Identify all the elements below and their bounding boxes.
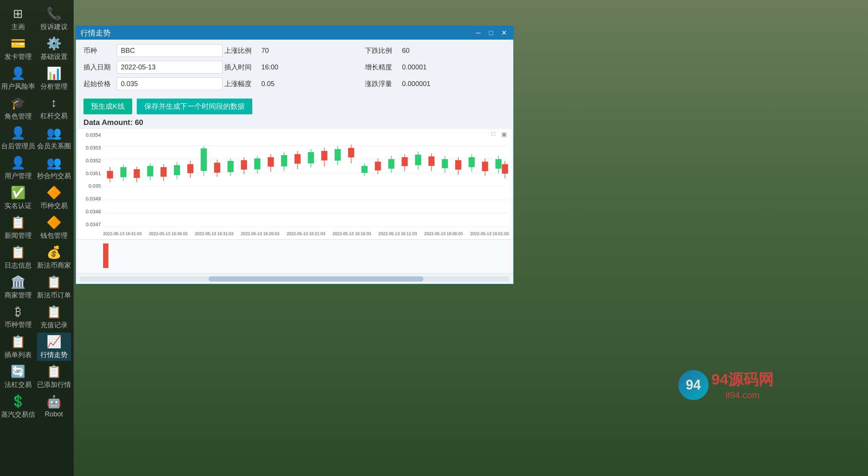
sidebar-item-wallet[interactable]: 🔶 钱包管理	[37, 213, 71, 242]
sidebar-label-trend: 行情走势	[40, 350, 68, 359]
svg-rect-33	[268, 157, 274, 166]
scrollbar-thumb[interactable]	[209, 276, 423, 282]
sidebar-item-user-risk[interactable]: 👤 用户风险率	[1, 64, 35, 92]
svg-rect-21	[187, 164, 193, 173]
sidebar-item-kyc[interactable]: ✅ 实名认证	[1, 183, 35, 212]
sidebar-item-user[interactable]: 👤 用户管理	[1, 154, 35, 182]
svg-rect-35	[281, 155, 287, 166]
legal-icon: 🔄	[11, 364, 26, 379]
y-label-1: 0.0348	[79, 209, 102, 214]
minimize-button[interactable]: ─	[473, 28, 483, 38]
sidebar-item-lever[interactable]: ↕️ 杠杆交易	[37, 94, 71, 122]
svg-rect-25	[214, 163, 220, 173]
sidebar-item-news[interactable]: 📋 新闻管理	[1, 213, 35, 242]
window-controls: ─ □ ✕	[473, 28, 509, 38]
svg-rect-67	[496, 159, 502, 169]
sidebar-item-coin-trade[interactable]: 🔶 币种交易	[37, 183, 71, 212]
merchant-icon: 🏛️	[11, 275, 26, 289]
svg-rect-61	[455, 160, 461, 169]
sidebar-item-merchant[interactable]: 🏛️ 商家管理	[1, 273, 35, 301]
label-fluctuation: 涨跌浮量	[365, 79, 395, 88]
watermark-url: it94.com	[712, 390, 774, 401]
sidebar-label-basic: 基础设置	[40, 52, 68, 61]
svg-rect-43	[335, 149, 341, 161]
sidebar-item-log[interactable]: 📋 日志信息	[1, 243, 35, 271]
btn-section: 预生成K线 保存并生成下一个时间段的数据	[76, 97, 513, 117]
robot-icon: 🤖	[46, 394, 62, 409]
svg-rect-59	[442, 159, 448, 168]
svg-rect-45	[348, 148, 354, 157]
svg-rect-9	[107, 171, 113, 179]
form-row-1: 币种 上涨比例 70 下跌比例 60	[83, 44, 506, 57]
watermark: 94 94源码网 it94.com	[678, 369, 774, 401]
svg-rect-15	[147, 166, 153, 177]
sidebar-item-analysis[interactable]: 📊 分析管理	[37, 64, 71, 92]
svg-rect-69	[502, 164, 508, 174]
svg-rect-41	[321, 151, 327, 160]
form-section: 币种 上涨比例 70 下跌比例 60 插入日期	[76, 40, 513, 97]
x-label-4: 2022-05-13 16:21:03	[287, 231, 325, 236]
form-group-rise-ratio: 上涨比例 70	[224, 45, 365, 56]
sidebar-label-fiat-order: 新法币订单	[37, 291, 71, 300]
y-label-2: 0.0349	[79, 196, 102, 202]
sidebar-label-robot: Robot	[45, 410, 63, 418]
svg-rect-55	[415, 155, 421, 165]
volume-chart	[77, 240, 512, 274]
sidebar-item-agent[interactable]: 👤 台后管理员	[1, 124, 35, 152]
sidebar-item-add-leverage[interactable]: 📋 已添加行情	[37, 362, 71, 391]
svg-rect-47	[361, 166, 368, 173]
finance-icon: 💲	[11, 394, 26, 408]
form-group-rise-range: 上涨幅度 0.05	[224, 79, 365, 89]
sidebar-label-coin-mgmt: 币种管理	[5, 320, 32, 329]
sidebar-item-fiat-order[interactable]: 📋 新法币订单	[37, 273, 71, 301]
label-fall-ratio: 下跌比例	[365, 46, 395, 55]
sidebar-item-recharge[interactable]: 📋 充值记录	[37, 303, 71, 331]
sidebar-item-finance[interactable]: 💲 蒸汽交易信	[1, 392, 35, 421]
volume-area	[77, 239, 512, 273]
shrink-icon[interactable]: ▣	[501, 131, 509, 138]
sidebar-item-legal[interactable]: 🔄 法杠交易	[1, 362, 35, 391]
sidebar-label-wallet: 钱包管理	[40, 231, 68, 240]
pre-generate-button[interactable]: 预生成K线	[83, 99, 132, 114]
sidebar-item-fiat-merchant[interactable]: 💰 新法币商家	[37, 243, 71, 271]
sidebar-item-role[interactable]: 🎓 角色管理	[1, 94, 35, 122]
svg-rect-51	[388, 159, 394, 169]
sidebar-item-coin-list[interactable]: 📋 插单列表	[1, 333, 35, 361]
y-label-7: 0.0354	[79, 132, 102, 138]
sidebar-item-invest[interactable]: 📞 投诉建议	[37, 5, 71, 33]
label-date: 插入日期	[83, 63, 114, 72]
sidebar-item-contract[interactable]: 👥 秒合约交易	[37, 154, 71, 182]
svg-rect-53	[402, 157, 408, 166]
y-label-4: 0.0351	[79, 171, 102, 176]
agent-icon: 👤	[11, 126, 26, 140]
sidebar-label-user: 用户管理	[5, 171, 32, 180]
value-rise-ratio: 70	[258, 45, 273, 56]
sidebar-item-coin-mgmt[interactable]: ₿ 币种管理	[1, 303, 35, 331]
sidebar-item-trend[interactable]: 📈 行情走势	[37, 333, 71, 361]
scrollbar-area	[76, 273, 513, 284]
value-fluctuation: 0.000001	[398, 79, 434, 89]
input-coin[interactable]	[117, 44, 222, 57]
svg-rect-63	[469, 157, 475, 167]
sidebar-label-card: 发卡管理	[5, 52, 32, 61]
news-icon: 📋	[11, 215, 26, 230]
expand-icon[interactable]: □	[491, 131, 499, 138]
sidebar-item-card[interactable]: 💳 发卡管理	[1, 34, 35, 63]
sidebar-label-fiat-merchant: 新法币商家	[37, 261, 71, 270]
close-button[interactable]: ✕	[499, 28, 509, 38]
sidebar-item-robot[interactable]: 🤖 Robot	[37, 392, 71, 421]
chart-corner-icons: □ ▣	[491, 131, 509, 138]
value-fall-ratio: 60	[398, 45, 413, 56]
input-date[interactable]	[117, 61, 222, 74]
sidebar-item-member[interactable]: 👥 会员关系圈	[37, 124, 71, 152]
sidebar-item-home[interactable]: ⊞ 主画	[1, 5, 35, 33]
sidebar-label-merchant: 商家管理	[5, 291, 32, 300]
sidebar-item-basic[interactable]: ⚙️ 基础设置	[37, 34, 71, 63]
maximize-button[interactable]: □	[486, 28, 496, 38]
svg-rect-65	[482, 162, 488, 171]
save-generate-button[interactable]: 保存并生成下一个时间段的数据	[137, 99, 252, 114]
role-icon: 🎓	[11, 96, 26, 110]
label-rise-ratio: 上涨比例	[224, 46, 255, 55]
svg-rect-11	[120, 167, 127, 177]
input-price[interactable]	[117, 77, 222, 90]
